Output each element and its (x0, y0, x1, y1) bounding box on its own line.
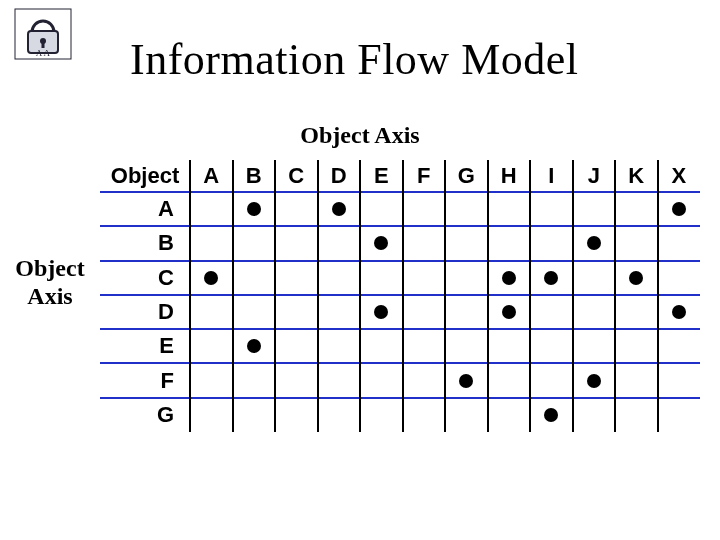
matrix-cell (530, 261, 573, 295)
matrix-cell (233, 192, 276, 226)
col-header-K: K (615, 160, 658, 192)
matrix-dot (672, 202, 686, 216)
matrix-dot (502, 271, 516, 285)
row-header-B: B (100, 226, 190, 260)
matrix-cell (360, 226, 403, 260)
row-header-E: E (100, 329, 190, 363)
col-header-F: F (403, 160, 446, 192)
matrix-cell (658, 192, 701, 226)
matrix-cell (233, 329, 276, 363)
matrix-dot (629, 271, 643, 285)
matrix-cell (488, 295, 531, 329)
matrix-dot (247, 202, 261, 216)
matrix-dot (204, 271, 218, 285)
logo-icon: A A (14, 8, 72, 60)
row-header-A: A (100, 192, 190, 226)
col-header-X: X (658, 160, 701, 192)
row-header-C: C (100, 261, 190, 295)
matrix-dot (587, 236, 601, 250)
row-header-G: G (100, 398, 190, 432)
left-axis-label-line2: Axis (27, 283, 72, 309)
row-header-D: D (100, 295, 190, 329)
left-axis-label: Object Axis (4, 255, 96, 310)
matrix-cell (360, 295, 403, 329)
matrix-dot (502, 305, 516, 319)
matrix-cell (573, 226, 616, 260)
matrix-dot (247, 339, 261, 353)
page-title: Information Flow Model (130, 34, 579, 85)
matrix-cell (190, 261, 233, 295)
matrix-cell (318, 192, 361, 226)
col-header-I: I (530, 160, 573, 192)
matrix-dot (332, 202, 346, 216)
matrix-cell (573, 363, 616, 397)
matrix-dot (374, 236, 388, 250)
col-header-H: H (488, 160, 531, 192)
matrix-corner-label: Object (100, 160, 190, 192)
col-header-B: B (233, 160, 276, 192)
matrix-dot (374, 305, 388, 319)
svg-text:A A: A A (36, 48, 51, 58)
matrix-cell (445, 363, 488, 397)
matrix-dot (672, 305, 686, 319)
matrix-cell (615, 261, 658, 295)
matrix-cell (488, 261, 531, 295)
matrix-dot (544, 271, 558, 285)
col-header-J: J (573, 160, 616, 192)
col-header-A: A (190, 160, 233, 192)
top-axis-label: Object Axis (0, 122, 720, 149)
matrix-dot (459, 374, 473, 388)
matrix-cell (530, 398, 573, 432)
left-axis-label-line1: Object (15, 255, 84, 281)
flow-matrix: ObjectABCDEFGHIJKXABCDEFG (100, 160, 700, 432)
row-header-F: F (100, 363, 190, 397)
col-header-D: D (318, 160, 361, 192)
matrix-dot (544, 408, 558, 422)
col-header-G: G (445, 160, 488, 192)
matrix-dot (587, 374, 601, 388)
col-header-E: E (360, 160, 403, 192)
matrix-cell (658, 295, 701, 329)
svg-rect-3 (42, 41, 45, 48)
col-header-C: C (275, 160, 318, 192)
